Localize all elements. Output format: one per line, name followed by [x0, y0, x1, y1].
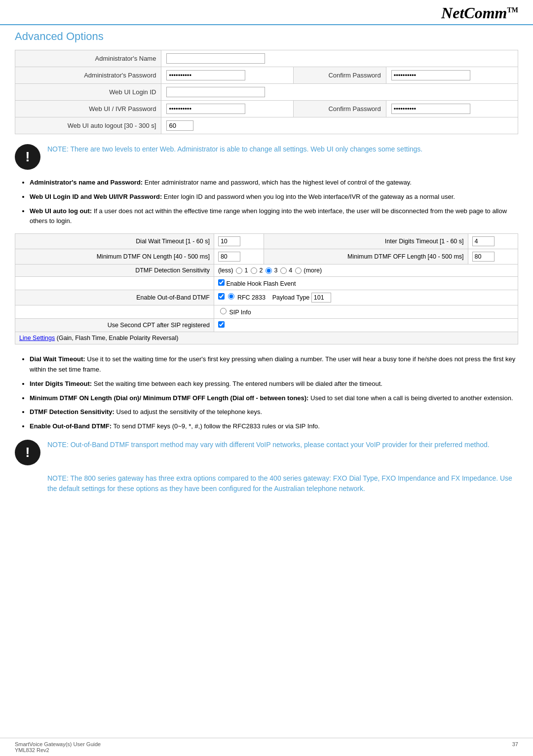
admin-password-row: Administrator's Password Confirm Passwor…	[15, 67, 518, 84]
b2-3-bold: Minimum DTMF ON Length (Dial on)/ Minimu…	[30, 394, 308, 402]
line-settings-cell: Line Settings (Gain, Flash Time, Enable …	[15, 332, 518, 344]
sensitivity-radio-group: (less) 1 2 3 4 (more)	[218, 267, 514, 274]
sensitivity-row: DTMF Detection Sensitivity (less) 1 2 3 …	[15, 265, 518, 277]
bullet2-bold: Web UI Login ID and Web UI/IVR Password:	[30, 193, 162, 200]
admin-name-label: Administrator's Name	[15, 50, 161, 67]
list-item: Administrator's name and Password: Enter…	[30, 178, 518, 188]
bullet1-bold: Administrator's name and Password:	[30, 179, 143, 186]
note3-box: NOTE: The 800 series gateway has three e…	[47, 473, 518, 494]
bullets2-list: Dial Wait Timeout: Use it to set the wai…	[30, 354, 518, 432]
dtmf-table: Dial Wait Timeout [1 - 60 s] Inter Digit…	[15, 233, 518, 344]
confirm-password-cell	[386, 67, 518, 84]
webui-confirm-cell	[386, 101, 518, 117]
header: NetCommTM	[0, 0, 533, 25]
list-item: Enable Out-of-Band DTMF: To send DTMF ke…	[30, 421, 518, 432]
line-settings-suffix: (Gain, Flash Time, Enable Polarity Rever…	[55, 335, 178, 341]
sip-info-label: SIP Info	[229, 309, 251, 316]
logo: NetCommTM	[441, 4, 518, 22]
b2-2-text: Set the waiting time between each key pr…	[92, 380, 382, 387]
payload-type-input[interactable]	[311, 293, 331, 302]
payload-type-label: Payload Type	[272, 294, 310, 301]
webui-ivr-input[interactable]	[166, 104, 245, 114]
min-dtmf-on-input[interactable]	[218, 252, 240, 262]
sip-info-row: SIP Info	[15, 305, 518, 319]
footer: SmartVoice Gateway(s) User Guide YML832 …	[0, 738, 533, 756]
page-title: Advanced Options	[15, 30, 518, 43]
sensitivity-radio-1[interactable]	[236, 267, 242, 274]
inter-digits-label: Inter Digits Timeout [1 - 60 s]	[264, 234, 468, 249]
sensitivity-label: DTMF Detection Sensitivity	[15, 265, 214, 277]
admin-password-label: Administrator's Password	[15, 67, 161, 84]
line-settings-row: Line Settings (Gain, Flash Time, Enable …	[15, 332, 518, 344]
webui-ivr-label: Web UI / IVR Password	[15, 101, 161, 117]
b2-5-bold: Enable Out-of-Band DTMF:	[30, 422, 112, 430]
admin-password-cell	[161, 67, 293, 84]
admin-name-cell	[161, 50, 518, 67]
list-item: DTMF Detection Sensitivity: Used to adju…	[30, 407, 518, 417]
admin-form-table: Administrator's Name Administrator's Pas…	[15, 50, 518, 134]
hook-flash-row: Enable Hook Flash Event	[15, 277, 518, 290]
second-cpt-label: Use Second CPT after SIP registered	[15, 319, 214, 332]
note1-icon: !	[15, 144, 40, 170]
min-dtmf-off-label: Minimum DTMF OFF Length [40 - 500 ms]	[264, 249, 468, 265]
admin-name-row: Administrator's Name	[15, 50, 518, 67]
footer-left: SmartVoice Gateway(s) User Guide YML832 …	[15, 741, 101, 753]
oob-dtmf-cell: RFC 2833 Payload Type	[214, 290, 518, 305]
note1-text: NOTE: There are two levels to enter Web.…	[47, 144, 422, 154]
sensitivity-radio-5[interactable]	[295, 267, 302, 274]
enable-oob-label: Enable Out-of-Band DTMF	[15, 290, 214, 305]
list-item: Dial Wait Timeout: Use it to set the wai…	[30, 354, 518, 375]
list-item: Web UI auto log out: If a user does not …	[30, 206, 518, 227]
b2-3-text: Used to set dial tone when a call is bei…	[308, 394, 513, 402]
oob-dtmf-row: Enable Out-of-Band DTMF RFC 2833 Payload…	[15, 290, 518, 305]
rfc2833-radio[interactable]	[228, 293, 234, 300]
webui-login-input[interactable]	[166, 87, 265, 97]
sensitivity-radio-4[interactable]	[280, 267, 287, 274]
b2-4-text: Used to adjust the sensitivity of the te…	[114, 408, 262, 416]
bullet1-text: Enter administrator name and password, w…	[143, 179, 412, 186]
main-content: Advanced Options Administrator's Name Ad…	[0, 25, 533, 504]
hook-flash-spacer	[15, 277, 214, 290]
enable-hook-label: Enable Hook Flash Event	[226, 280, 296, 287]
auto-logout-label: Web UI auto logout [30 - 300 s]	[15, 117, 161, 134]
enable-hook-checkbox[interactable]	[218, 279, 225, 286]
confirm-password-input[interactable]	[391, 70, 470, 80]
line-settings-link[interactable]: Line Settings	[19, 335, 55, 341]
confirm-password-label: Confirm Password	[293, 67, 386, 84]
bullets1-list: Administrator's name and Password: Enter…	[30, 178, 518, 227]
note2-box: ! NOTE: Out-of-Band DTMF transport metho…	[15, 440, 518, 465]
b2-1-text: Use it to set the waiting time for the u…	[30, 355, 515, 373]
b2-2-bold: Inter Digits Timeout:	[30, 380, 92, 387]
bullet3-bold: Web UI auto log out:	[30, 207, 92, 215]
footer-right: 37	[512, 741, 518, 753]
sensitivity-more: (more)	[304, 267, 322, 274]
enable-oob-checkbox[interactable]	[218, 293, 225, 300]
note3-text: NOTE: The 800 series gateway has three e…	[47, 473, 518, 494]
dial-wait-cell	[214, 234, 264, 249]
b2-1-bold: Dial Wait Timeout:	[30, 355, 85, 363]
dial-wait-input[interactable]	[218, 236, 240, 246]
admin-password-input[interactable]	[166, 70, 245, 80]
second-cpt-checkbox[interactable]	[218, 321, 225, 328]
sensitivity-radio-3[interactable]	[266, 267, 272, 274]
admin-name-input[interactable]	[166, 53, 265, 64]
hook-flash-cell: Enable Hook Flash Event	[214, 277, 518, 290]
sip-info-radio[interactable]	[220, 308, 227, 314]
webui-confirm-label: Confirm Password	[293, 101, 386, 117]
sip-info-cell: SIP Info	[214, 305, 518, 319]
list-item: Inter Digits Timeout: Set the waiting ti…	[30, 379, 518, 389]
auto-logout-input[interactable]	[166, 120, 193, 131]
second-cpt-cell	[214, 319, 518, 332]
min-dtmf-row: Minimum DTMF ON Length [40 - 500 ms] Min…	[15, 249, 518, 265]
list-item: Minimum DTMF ON Length (Dial on)/ Minimu…	[30, 393, 518, 404]
sensitivity-radio-2[interactable]	[251, 267, 257, 274]
sip-info-spacer	[15, 305, 214, 319]
min-dtmf-off-input[interactable]	[472, 252, 495, 262]
inter-digits-input[interactable]	[472, 236, 495, 246]
webui-ivr-row: Web UI / IVR Password Confirm Password	[15, 101, 518, 117]
bullet2-text: Enter login ID and password when you log…	[162, 193, 455, 200]
note2-text: NOTE: Out-of-Band DTMF transport method …	[47, 440, 490, 450]
sensitivity-cell: (less) 1 2 3 4 (more)	[214, 265, 518, 277]
webui-confirm-input[interactable]	[391, 104, 470, 114]
min-dtmf-on-cell	[214, 249, 264, 265]
